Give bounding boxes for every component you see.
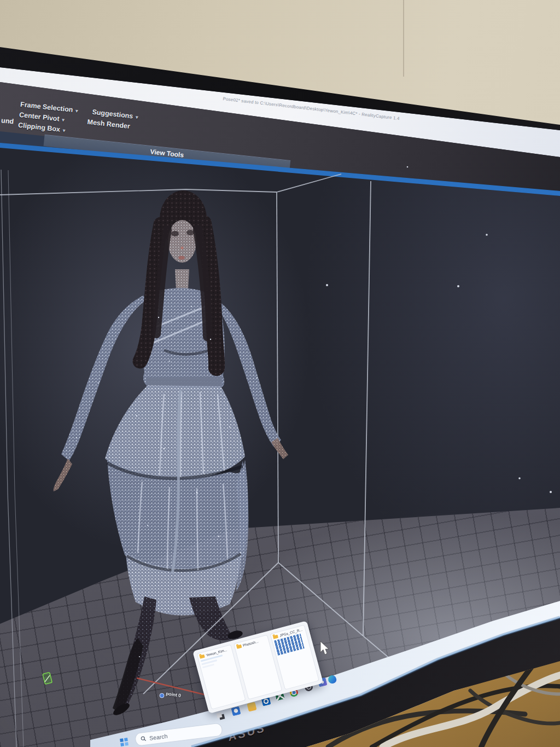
bezel-edge: [0, 0, 560, 747]
photo-of-monitor: ASUS Pose02* saved to C:\Users\Recordboa…: [0, 0, 560, 747]
